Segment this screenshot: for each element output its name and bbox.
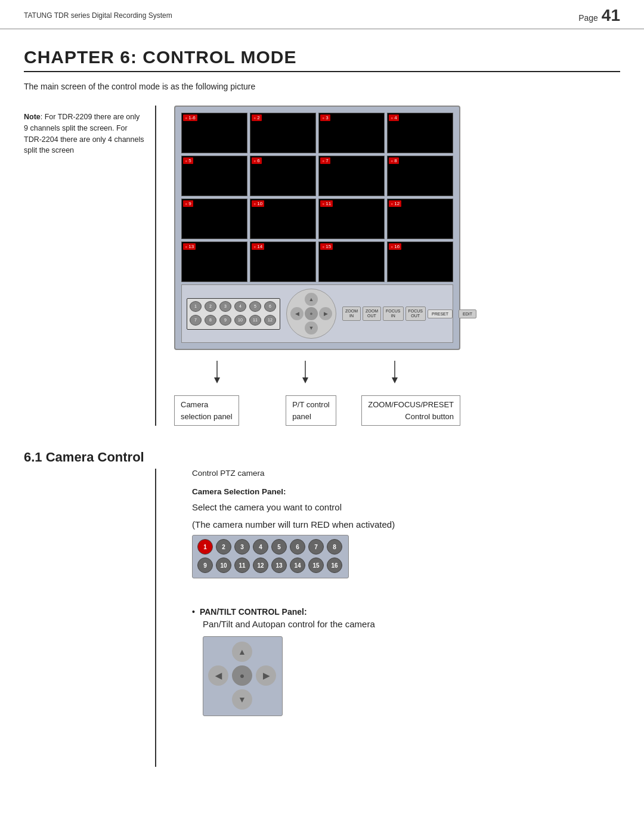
cam-cell-6: 6	[250, 156, 316, 196]
cam-sel-11[interactable]: 11	[234, 558, 250, 573]
section-61-divider	[155, 469, 156, 767]
pt-empty-bl	[290, 321, 304, 335]
dvr-cam-btn-2[interactable]: 2	[205, 301, 216, 312]
dvr-pt-control: ▲ ◀ ● ▶ ▼	[286, 289, 336, 339]
cam-cell-4: 4	[387, 113, 453, 153]
focus-in-btn[interactable]: FOCUSIN	[383, 306, 404, 321]
pt-img-left[interactable]: ◀	[208, 665, 228, 686]
cam-sel-2[interactable]: 2	[216, 539, 231, 555]
camera-sel-text1: Select the camera you want to control	[192, 501, 620, 515]
dvr-controls-bar: 1 2 3 4 5 6 7 8 9 10 11 12	[181, 284, 453, 343]
camera-sel-heading: Camera Selection Panel:	[192, 487, 620, 496]
pan-tilt-text: Pan/Tilt and Autopan control for the cam…	[203, 619, 620, 629]
zoom-out-btn[interactable]: ZOOMOUT	[363, 306, 381, 321]
section-61-left	[24, 469, 155, 767]
bullet-icon: •	[192, 607, 195, 617]
pt-img-center[interactable]: ●	[232, 665, 252, 686]
cam-cell-13: 13	[181, 241, 247, 282]
pt-right-btn[interactable]: ▶	[319, 307, 332, 320]
pt-img-empty-tr	[256, 642, 276, 662]
section-61-subtitle: Control PTZ camera	[192, 469, 620, 478]
chapter-title: CHAPTER 6: CONTROL MODE	[24, 47, 620, 72]
pt-control-label: P/T controlpanel	[292, 400, 330, 421]
dvr-cam-btn-9[interactable]: 9	[219, 315, 231, 326]
svg-marker-3	[302, 377, 308, 383]
zoom-focus-label: ZOOM/FOCUS/PRESETControl button	[368, 400, 454, 421]
cam-sel-8[interactable]: 8	[327, 539, 342, 555]
svg-marker-1	[214, 377, 220, 383]
camera-sel-text2: (The camera number will turn RED when ac…	[192, 518, 620, 532]
section-divider	[155, 106, 156, 426]
pt-img-empty-br	[256, 689, 276, 710]
dvr-cam-btn-4[interactable]: 4	[234, 301, 246, 312]
cam-sel-9[interactable]: 9	[197, 558, 213, 573]
pan-tilt-heading-text: PAN/TILT CONTROL Panel:	[200, 607, 307, 617]
pt-control-img: ▲ ◀ ● ▶ ▼	[203, 636, 283, 716]
pt-img-down[interactable]: ▼	[232, 689, 252, 710]
cam-sel-4[interactable]: 4	[253, 539, 268, 555]
cam-cell-12: 12	[387, 199, 453, 239]
svg-marker-5	[392, 377, 398, 383]
dvr-screen: 1-6 2 3 4 5 6 7 8 9 10 11 12 13 14 15 16	[174, 106, 460, 350]
cam-sel-10[interactable]: 10	[216, 558, 231, 573]
intro-text: The main screen of the control mode is a…	[24, 82, 620, 91]
pan-tilt-heading: • PAN/TILT CONTROL Panel:	[192, 607, 620, 617]
cam-cell-2: 2	[250, 113, 316, 153]
pt-empty-tl	[290, 293, 304, 306]
dvr-cam-btn-11[interactable]: 11	[249, 315, 261, 326]
cam-sel-12[interactable]: 12	[253, 558, 268, 573]
cam-sel-1[interactable]: 1	[197, 539, 213, 555]
cam-sel-13[interactable]: 13	[271, 558, 287, 573]
page-header: TATUNG TDR series Digital Recording Syst…	[0, 0, 644, 29]
section-61-title: 6.1 Camera Control	[24, 450, 620, 465]
pt-down-btn[interactable]: ▼	[305, 321, 318, 335]
pt-img-empty-tl	[208, 642, 228, 662]
pt-img-empty-bl	[208, 689, 228, 710]
cam-cell-1: 1-6	[181, 113, 247, 153]
dvr-zoom-focus-panel: ZOOMIN ZOOMOUT FOCUSIN FOCUSOUT PRESET	[342, 306, 453, 321]
cam-sel-15[interactable]: 15	[308, 558, 324, 573]
header-title: TATUNG TDR series Digital Recording Syst…	[24, 11, 172, 20]
left-note: Note: For TDR-2209 there are only 9 chan…	[24, 106, 155, 426]
dvr-cam-btn-12[interactable]: 12	[264, 315, 276, 326]
focus-out-btn[interactable]: FOCUSOUT	[405, 306, 426, 321]
dvr-cam-btn-7[interactable]: 7	[190, 315, 202, 326]
dvr-cam-btn-1[interactable]: 1	[190, 301, 202, 312]
page-number: 41	[602, 6, 620, 24]
cam-cell-5: 5	[181, 156, 247, 196]
cam-sel-6[interactable]: 6	[290, 539, 305, 555]
cam-sel-14[interactable]: 14	[290, 558, 305, 573]
header-page: Page41	[578, 6, 620, 25]
pt-img-right[interactable]: ▶	[256, 665, 276, 686]
edit-btn[interactable]: EDIT	[459, 309, 476, 318]
zoom-in-btn[interactable]: ZOOMIN	[342, 306, 361, 321]
dvr-cam-btn-8[interactable]: 8	[205, 315, 216, 326]
arrows-diagram	[174, 361, 460, 394]
cam-sel-5[interactable]: 5	[271, 539, 287, 555]
cam-cell-8: 8	[387, 156, 453, 196]
cam-sel-grid: 1 2 3 4 5 6 7 8 9 10 11 12 13	[197, 539, 343, 574]
pt-center-btn[interactable]: ●	[305, 307, 318, 320]
pt-up-btn[interactable]: ▲	[305, 293, 318, 306]
dvr-cam-btn-6[interactable]: 6	[264, 301, 276, 312]
preset-btn[interactable]: PRESET	[428, 309, 453, 318]
cam-cell-15: 15	[318, 241, 385, 282]
pt-empty-br	[319, 321, 332, 335]
pan-tilt-section: • PAN/TILT CONTROL Panel: Pan/Tilt and A…	[192, 607, 620, 716]
label-pt: P/T controlpanel	[250, 395, 361, 426]
control-labels-row: Cameraselection panel P/T controlpanel Z…	[174, 395, 460, 426]
pt-img-up[interactable]: ▲	[232, 642, 252, 662]
cam-sel-7[interactable]: 7	[308, 539, 324, 555]
note-text: : For TDR-2209 there are only 9 channels…	[24, 113, 144, 154]
cam-cell-3: 3	[318, 113, 385, 153]
pt-left-btn[interactable]: ◀	[290, 307, 304, 320]
cam-sel-16[interactable]: 16	[327, 558, 342, 573]
dvr-cam-btn-10[interactable]: 10	[234, 315, 246, 326]
pt-empty-tr	[319, 293, 332, 306]
label-zoom: ZOOM/FOCUS/PRESETControl button	[361, 395, 460, 426]
dvr-cam-btn-5[interactable]: 5	[249, 301, 261, 312]
dvr-cam-btn-3[interactable]: 3	[219, 301, 231, 312]
cam-cell-14: 14	[250, 241, 316, 282]
camera-selection-panel: Camera Selection Panel: Select the camer…	[192, 487, 620, 593]
cam-sel-3[interactable]: 3	[234, 539, 250, 555]
